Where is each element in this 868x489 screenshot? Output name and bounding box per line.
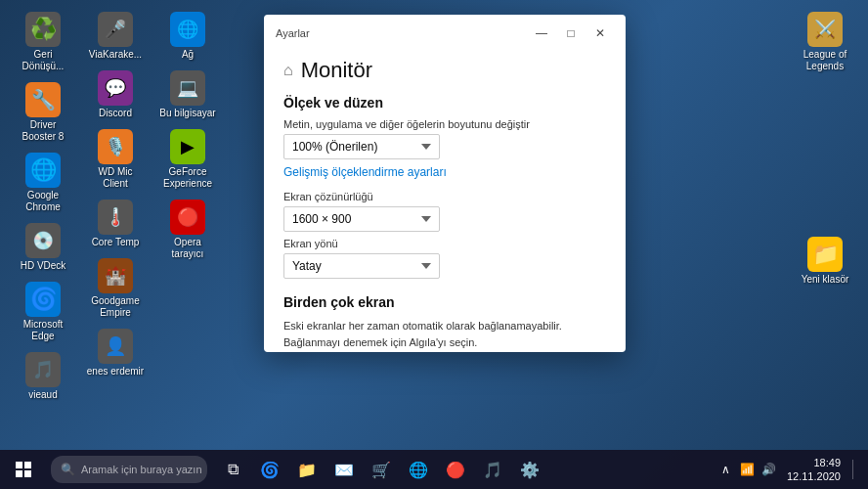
icon-goodgame[interactable]: 🏰 GoodgameEmpire [80, 254, 151, 323]
taskbar-icons: ⧉ 🌀 📁 ✉️ 🛒 🌐 🔴 🎵 ⚙️ [215, 450, 547, 489]
icon-ag[interactable]: 🌐 Ağ [152, 8, 223, 65]
desktop-icons-right: ⚔️ League ofLegends 📁 Yeni klasör [790, 8, 860, 289]
desktop-icons-left: ♻️ GeriDönüşü... 🔧 DriverBooster 8 🌐 Goo… [8, 8, 219, 428]
icon-core-temp[interactable]: 🌡️ Core Temp [80, 196, 151, 252]
section-title-multi: Birden çok ekran [283, 294, 606, 310]
taskbar-edge[interactable]: 🌀 [252, 450, 287, 489]
resolution-select[interactable]: 1600 × 900 1920 × 1080 1280 × 720 [283, 206, 440, 232]
icon-geri-donusum[interactable]: ♻️ GeriDönüşü... [8, 8, 78, 76]
window-controls: — □ ✕ [528, 22, 614, 44]
home-icon[interactable]: ⌂ [283, 62, 293, 79]
desktop: ♻️ GeriDönüşü... 🔧 DriverBooster 8 🌐 Goo… [0, 0, 868, 489]
svg-rect-3 [24, 470, 31, 477]
icon-opera[interactable]: 🔴 Operatarayıcı [152, 196, 223, 264]
page-title: Monitör [301, 58, 372, 83]
icon-geforce[interactable]: ▶ GeForceExperience [152, 125, 223, 194]
clock[interactable]: 18:49 12.11.2020 [783, 456, 845, 484]
page-header: ⌂ Monitör [283, 58, 606, 83]
taskbar-music[interactable]: 🎵 [475, 450, 510, 489]
icon-viakarake[interactable]: 🎤 ViaKarake... [80, 8, 151, 65]
icon-enes-erdemir[interactable]: 👤 enes erdemir [80, 325, 151, 381]
icon-bu-bilgisayar[interactable]: 💻 Bu bilgisayar [152, 67, 223, 123]
taskbar-chrome[interactable]: 🌐 [401, 450, 436, 489]
clock-time: 18:49 [813, 456, 841, 469]
search-icon: 🔍 [61, 463, 75, 476]
window-title: Ayarlar [276, 27, 310, 39]
icon-driver-booster[interactable]: 🔧 DriverBooster 8 [8, 78, 78, 147]
advanced-scale-link[interactable]: Gelişmiş ölçeklendirme ayarları [283, 165, 606, 179]
search-input[interactable] [81, 464, 208, 475]
svg-rect-0 [16, 462, 22, 468]
window-content: ⌂ Monitör Ölçek ve düzen Metin, uygulama… [264, 50, 626, 352]
search-bar[interactable]: 🔍 [51, 456, 207, 483]
scale-label: Metin, uygulama ve diğer öğelerin boyutu… [283, 118, 606, 130]
tray-volume[interactable]: 🔊 [760, 460, 779, 479]
icon-discord[interactable]: 💬 Discord [80, 67, 151, 123]
icon-league-of-legends[interactable]: ⚔️ League ofLegends [790, 8, 860, 76]
icon-hd-vdeck[interactable]: 💿 HD VDeck [8, 219, 78, 276]
icon-wd-mic[interactable]: 🎙️ WD MicClient [80, 125, 151, 194]
close-button[interactable]: ✕ [586, 22, 614, 44]
section-scale-layout: Ölçek ve düzen Metin, uygulama ve diğer … [283, 95, 606, 285]
orientation-select[interactable]: Yatay Dikey [283, 253, 440, 279]
taskbar-mail[interactable]: ✉️ [326, 450, 362, 489]
show-desktop[interactable] [852, 460, 860, 479]
scale-select[interactable]: 100% (Önerilen) 125% 150% 175% [283, 134, 440, 159]
icon-google-chrome[interactable]: 🌐 GoogleChrome [8, 149, 78, 217]
maximize-button[interactable]: □ [557, 22, 585, 44]
resolution-label: Ekran çözünürlüğü [283, 191, 606, 202]
clock-date: 12.11.2020 [787, 469, 841, 483]
multi-screen-desc: Eski ekranlar her zaman otomatik olarak … [283, 318, 606, 350]
start-button[interactable] [0, 450, 47, 489]
window-titlebar: Ayarlar — □ ✕ [264, 15, 626, 50]
taskbar: 🔍 ⧉ 🌀 📁 ✉️ 🛒 🌐 🔴 🎵 ⚙️ ∧ 📶 🔊 18:49 12.11.… [0, 450, 868, 489]
section-multi-screen: Birden çok ekran Eski ekranlar her zaman… [283, 294, 606, 352]
taskbar-explorer[interactable]: 📁 [289, 450, 325, 489]
taskbar-task-view[interactable]: ⧉ [215, 450, 250, 489]
tray-expand[interactable]: ∧ [716, 460, 736, 479]
tray-icons: ∧ 📶 🔊 [716, 460, 779, 479]
svg-rect-2 [16, 470, 22, 477]
orientation-label: Ekran yönü [283, 238, 606, 249]
minimize-button[interactable]: — [528, 22, 555, 44]
taskbar-settings[interactable]: ⚙️ [512, 450, 547, 489]
system-tray: ∧ 📶 🔊 18:49 12.11.2020 [716, 456, 868, 484]
icon-vieaud[interactable]: 🎵 vieaud [8, 348, 78, 405]
settings-window: Ayarlar — □ ✕ ⌂ Monitör Ölçek ve düzen M… [264, 15, 626, 352]
svg-rect-1 [24, 462, 31, 468]
icon-yeni-klasor[interactable]: 📁 Yeni klasör [790, 233, 860, 289]
section-title-scale: Ölçek ve düzen [283, 95, 606, 111]
taskbar-store[interactable]: 🛒 [364, 450, 399, 489]
icon-microsoft-edge[interactable]: 🌀 MicrosoftEdge [8, 278, 78, 346]
taskbar-opera[interactable]: 🔴 [438, 450, 473, 489]
tray-network[interactable]: 📶 [738, 460, 758, 479]
